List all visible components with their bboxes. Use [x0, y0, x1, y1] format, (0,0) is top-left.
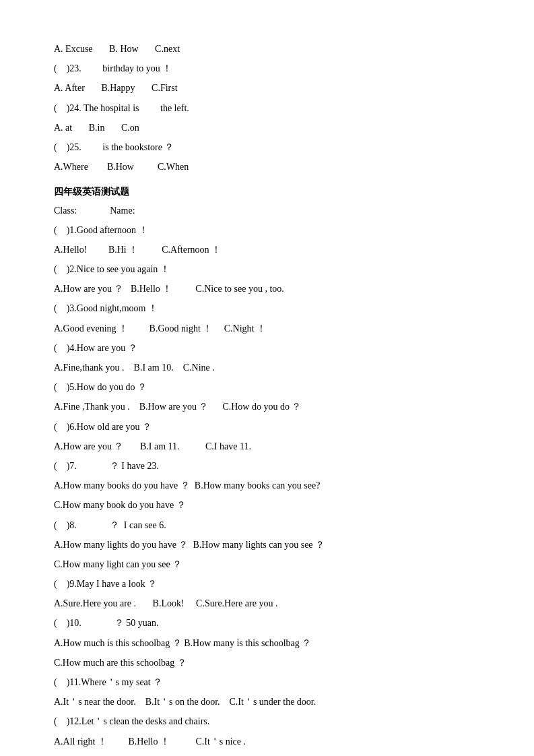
q1-ans: A.Hello! B.Hi ！ C.Afternoon ！ — [54, 241, 480, 258]
line-7: A.Where B.How C.When — [54, 158, 480, 175]
line-2: ( )23. birthday to you ！ — [54, 60, 480, 77]
q8-ans-a: A.How many lights do you have ？ B.How ma… — [54, 536, 480, 553]
q10-ans-c: C.How much are this schoolbag ？ — [54, 654, 480, 671]
q7: ( )7. ？ I have 23. — [54, 458, 480, 474]
q6: ( )6.How old are you ？ — [54, 418, 480, 435]
q9: ( )9.May I have a look ？ — [54, 575, 480, 592]
q12-ans: A.All right ！ B.Hello ！ C.It＇s nice . — [54, 733, 480, 750]
q1: ( )1.Good afternoon ！ — [54, 222, 480, 239]
q2-ans: A.How are you ？ B.Hello ！ C.Nice to see … — [54, 280, 480, 297]
q3-ans: A.Good evening ！ B.Good night ！ C.Night … — [54, 320, 480, 337]
q13: ( )13.What＇s this ？ — [54, 753, 480, 756]
q11-ans: A.It＇s near the door. B.It＇s on the door… — [54, 693, 480, 710]
q9-ans: A.Sure.Here you are . B.Look! C.Sure.Her… — [54, 595, 480, 612]
q11: ( )11.Where＇s my seat ？ — [54, 674, 480, 691]
q8-ans-c: C.How many light can you see ？ — [54, 556, 480, 573]
q3: ( )3.Good night,moom ！ — [54, 300, 480, 317]
q12: ( )12.Let＇s clean the desks and chairs. — [54, 713, 480, 730]
q6-ans: A.How are you ？ B.I am 11. C.I have 11. — [54, 438, 480, 455]
q7-ans-c: C.How many book do you have ？ — [54, 497, 480, 513]
q10-ans-a: A.How much is this schoolbag ？ B.How man… — [54, 635, 480, 652]
class-name-line: Class: Name: — [54, 202, 480, 219]
q2: ( )2.Nice to see you again ！ — [54, 261, 480, 278]
line-6: ( )25. is the bookstore ？ — [54, 139, 480, 156]
line-5: A. at B.in C.on — [54, 119, 480, 136]
q5-ans: A.Fine ,Thank you . B.How are you ？ C.Ho… — [54, 398, 480, 415]
q8: ( )8. ？ I can see 6. — [54, 517, 480, 534]
q7-ans-a: A.How many books do you have ？ B.How man… — [54, 477, 480, 494]
page-content: A. Excuse B. How C.next ( )23. birthday … — [54, 40, 480, 756]
q4: ( )4.How are you ？ — [54, 340, 480, 356]
q5: ( )5.How do you do ？ — [54, 379, 480, 396]
line-3: A. After B.Happy C.First — [54, 80, 480, 96]
line-1: A. Excuse B. How C.next — [54, 40, 480, 57]
q10: ( )10. ？ 50 yuan. — [54, 615, 480, 631]
line-4: ( )24. The hospital is the left. — [54, 100, 480, 117]
q4-ans: A.Fine,thank you . B.I am 10. C.Nine . — [54, 359, 480, 376]
section-title: 四年级英语测试题 — [54, 183, 480, 200]
